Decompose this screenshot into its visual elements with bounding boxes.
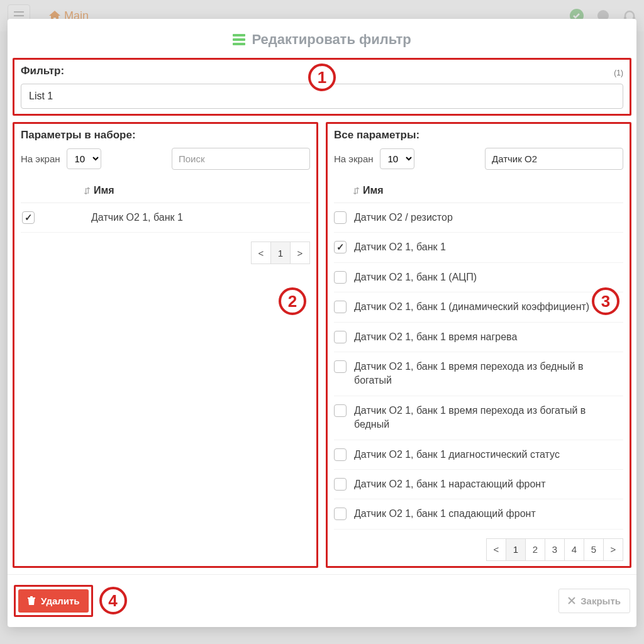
left-col-name: Имя [94, 185, 114, 196]
filter-icon [233, 34, 245, 45]
param-checkbox[interactable] [334, 478, 347, 491]
param-checkbox[interactable] [334, 301, 347, 313]
param-label: Датчик O2 1, банк 1 время перехода из бе… [354, 360, 623, 388]
panels-row: 2 Параметры в наборе: На экран 10 ⇵ Имя … [13, 122, 631, 568]
filter-label: Фильтр: [21, 65, 64, 77]
param-checkbox[interactable] [334, 508, 347, 520]
page-button[interactable]: < [486, 538, 506, 561]
param-row[interactable]: Датчик O2 1, банк 1 спадающий фронт [334, 499, 623, 529]
sort-icon: ⇵ [84, 186, 90, 196]
param-label: Датчик O2 1, банк 1 [91, 211, 183, 225]
param-row[interactable]: Датчик O2 1, банк 1 диагностический стат… [334, 440, 623, 470]
annotation-4: 4 [99, 587, 127, 614]
param-row[interactable]: Датчик O2 1, банк 1 (АЦП) [334, 263, 623, 292]
param-label: Датчик O2 1, банк 1 время нагрева [354, 330, 517, 344]
all-params-title: Все параметры: [334, 129, 623, 142]
right-col-name: Имя [363, 185, 384, 196]
annotation-2: 2 [279, 287, 306, 315]
annotation-1: 1 [308, 64, 336, 91]
param-row[interactable]: Датчик O2 1, банк 1 время нагрева [334, 323, 623, 352]
params-in-set-title: Параметры в наборе: [21, 129, 310, 142]
delete-button-annotation-wrap: Удалить [14, 585, 93, 617]
param-checkbox[interactable] [334, 360, 347, 373]
param-row[interactable]: Датчик O2 / резистор [334, 203, 623, 233]
param-row[interactable]: Датчик O2 1, банк 1 (динамический коэффи… [334, 292, 623, 322]
param-label: Датчик O2 1, банк 1 нарастающий фронт [354, 477, 546, 491]
right-param-list: Датчик O2 / резисторДатчик O2 1, банк 1Д… [334, 203, 623, 530]
page-button[interactable]: 3 [545, 538, 565, 561]
param-label: Датчик O2 1, банк 1 диагностический стат… [354, 448, 560, 462]
trash-icon [27, 596, 36, 605]
delete-button-label: Удалить [41, 596, 80, 606]
close-button[interactable]: Закрыть [558, 589, 630, 613]
param-row[interactable]: Датчик O2 1, банк 1 время перехода из бе… [334, 352, 623, 396]
param-checkbox[interactable] [334, 211, 347, 224]
param-checkbox[interactable] [22, 211, 35, 224]
right-column-header[interactable]: ⇵ Имя [334, 181, 623, 203]
filter-count: (1) [614, 69, 623, 77]
param-checkbox[interactable] [334, 271, 347, 284]
right-pagination: <12345> [487, 538, 623, 561]
left-column-header[interactable]: ⇵ Имя [21, 181, 310, 203]
right-search-input[interactable] [485, 148, 623, 170]
right-pagination-wrap: <12345> [334, 530, 623, 561]
param-label: Датчик O2 1, банк 1 (динамический коэффи… [354, 300, 589, 314]
left-pagination-wrap: <1> [21, 233, 310, 264]
all-params-panel: 3 Все параметры: На экран 10 ⇵ Имя Датчи… [326, 122, 631, 568]
left-pagination: <1> [252, 242, 310, 264]
left-param-list: Датчик O2 1, банк 1 [21, 203, 310, 233]
left-search-input[interactable] [172, 148, 310, 170]
sort-icon: ⇵ [353, 186, 359, 196]
param-row[interactable]: Датчик O2 1, банк 1 время перехода из бо… [334, 396, 623, 440]
param-label: Датчик O2 1, банк 1 [354, 240, 446, 254]
page-button[interactable]: < [251, 242, 271, 264]
param-checkbox[interactable] [334, 241, 347, 253]
modal-footer: Удалить 4 Закрыть [8, 574, 636, 627]
page-button[interactable]: > [603, 538, 623, 561]
page-button[interactable]: 1 [270, 242, 291, 264]
left-controls: На экран 10 [21, 148, 310, 170]
page-button[interactable]: > [290, 242, 310, 264]
left-page-size-select[interactable]: 10 [67, 148, 101, 169]
page-button[interactable]: 5 [584, 538, 604, 561]
param-label: Датчик O2 1, банк 1 спадающий фронт [354, 507, 536, 521]
param-row[interactable]: Датчик O2 1, банк 1 [334, 233, 623, 262]
param-checkbox[interactable] [334, 404, 347, 417]
delete-button[interactable]: Удалить [18, 589, 89, 613]
filter-name-section: 1 Фильтр: (1) [13, 58, 631, 116]
param-row[interactable]: Датчик O2 1, банк 1 [21, 203, 310, 233]
annotation-3: 3 [592, 287, 619, 315]
edit-filter-modal: Редактировать фильтр 1 Фильтр: (1) 2 Пар… [8, 19, 636, 627]
param-label: Датчик O2 1, банк 1 время перехода из бо… [354, 404, 623, 432]
right-controls: На экран 10 [334, 148, 623, 170]
close-button-label: Закрыть [580, 596, 621, 606]
page-button[interactable]: 4 [564, 538, 584, 561]
left-per-page-label: На экран [21, 153, 60, 164]
right-per-page-label: На экран [334, 153, 374, 164]
right-page-size-select[interactable]: 10 [380, 148, 414, 169]
param-label: Датчик O2 1, банк 1 (АЦП) [354, 270, 477, 284]
page-button[interactable]: 1 [506, 538, 526, 561]
param-row[interactable]: Датчик O2 1, банк 1 нарастающий фронт [334, 470, 623, 499]
modal-title: Редактировать фильтр [8, 19, 636, 58]
params-in-set-panel: 2 Параметры в наборе: На экран 10 ⇵ Имя … [13, 122, 318, 568]
modal-title-text: Редактировать фильтр [252, 31, 411, 48]
param-label: Датчик O2 / резистор [354, 211, 453, 225]
close-icon [568, 597, 575, 604]
param-checkbox[interactable] [334, 331, 347, 343]
page-button[interactable]: 2 [525, 538, 545, 561]
param-checkbox[interactable] [334, 448, 347, 461]
